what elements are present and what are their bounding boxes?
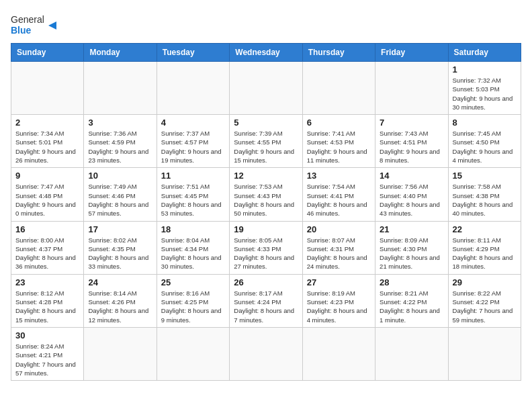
calendar-cell: 22Sunrise: 8:11 AM Sunset: 4:29 PM Dayli…: [448, 221, 521, 274]
calendar-cell: 16Sunrise: 8:00 AM Sunset: 4:37 PM Dayli…: [11, 221, 84, 274]
day-info: Sunrise: 7:37 AM Sunset: 4:57 PM Dayligh…: [161, 129, 225, 165]
calendar-cell: 7Sunrise: 7:43 AM Sunset: 4:51 PM Daylig…: [375, 115, 448, 168]
day-info: Sunrise: 7:49 AM Sunset: 4:46 PM Dayligh…: [88, 182, 152, 218]
day-number: 21: [380, 224, 443, 234]
day-info: Sunrise: 8:17 AM Sunset: 4:24 PM Dayligh…: [234, 289, 298, 324]
day-number: 3: [88, 118, 152, 128]
svg-text:General: General: [11, 14, 44, 25]
day-number: 13: [307, 171, 371, 181]
day-info: Sunrise: 8:21 AM Sunset: 4:22 PM Dayligh…: [380, 289, 443, 324]
day-number: 9: [15, 171, 79, 181]
day-info: Sunrise: 7:45 AM Sunset: 4:50 PM Dayligh…: [453, 129, 517, 165]
svg-text:Blue: Blue: [11, 25, 32, 36]
day-info: Sunrise: 8:22 AM Sunset: 4:22 PM Dayligh…: [453, 289, 517, 324]
calendar-cell: 26Sunrise: 8:17 AM Sunset: 4:24 PM Dayli…: [230, 274, 302, 327]
calendar-cell: 8Sunrise: 7:45 AM Sunset: 4:50 PM Daylig…: [448, 115, 521, 168]
day-number: 12: [234, 171, 298, 181]
calendar-cell: 28Sunrise: 8:21 AM Sunset: 4:22 PM Dayli…: [375, 274, 448, 327]
calendar-cell: [302, 327, 375, 380]
day-info: Sunrise: 7:54 AM Sunset: 4:41 PM Dayligh…: [307, 182, 371, 218]
calendar: SundayMondayTuesdayWednesdayThursdayFrid…: [11, 43, 521, 381]
calendar-cell: [157, 62, 229, 115]
week-row-4: 16Sunrise: 8:00 AM Sunset: 4:37 PM Dayli…: [11, 221, 521, 274]
day-number: 10: [88, 171, 152, 181]
day-number: 1: [453, 64, 517, 75]
day-number: 22: [453, 224, 517, 234]
day-info: Sunrise: 8:16 AM Sunset: 4:25 PM Dayligh…: [161, 289, 225, 324]
week-row-6: 30Sunrise: 8:24 AM Sunset: 4:21 PM Dayli…: [11, 327, 521, 380]
day-number: 23: [15, 277, 79, 287]
day-info: Sunrise: 8:00 AM Sunset: 4:37 PM Dayligh…: [15, 236, 79, 271]
calendar-cell: 30Sunrise: 8:24 AM Sunset: 4:21 PM Dayli…: [11, 327, 84, 380]
day-info: Sunrise: 8:24 AM Sunset: 4:21 PM Dayligh…: [15, 342, 79, 377]
calendar-cell: 21Sunrise: 8:09 AM Sunset: 4:30 PM Dayli…: [375, 221, 448, 274]
calendar-cell: 20Sunrise: 8:07 AM Sunset: 4:31 PM Dayli…: [302, 221, 375, 274]
calendar-cell: 13Sunrise: 7:54 AM Sunset: 4:41 PM Dayli…: [302, 168, 375, 221]
day-info: Sunrise: 8:19 AM Sunset: 4:23 PM Dayligh…: [307, 289, 371, 324]
calendar-cell: 18Sunrise: 8:04 AM Sunset: 4:34 PM Dayli…: [157, 221, 229, 274]
day-number: 28: [380, 277, 443, 287]
day-number: 5: [234, 118, 298, 128]
day-number: 2: [15, 118, 79, 128]
logo-svg: General Blue: [11, 11, 58, 38]
calendar-cell: 5Sunrise: 7:39 AM Sunset: 4:55 PM Daylig…: [230, 115, 302, 168]
header-wednesday: Wednesday: [230, 44, 302, 62]
calendar-cell: 23Sunrise: 8:12 AM Sunset: 4:28 PM Dayli…: [11, 274, 84, 327]
calendar-cell: 25Sunrise: 8:16 AM Sunset: 4:25 PM Dayli…: [157, 274, 229, 327]
calendar-cell: 14Sunrise: 7:56 AM Sunset: 4:40 PM Dayli…: [375, 168, 448, 221]
day-number: 11: [161, 171, 225, 181]
day-number: 30: [15, 330, 79, 340]
day-info: Sunrise: 8:09 AM Sunset: 4:30 PM Dayligh…: [380, 236, 443, 271]
header-thursday: Thursday: [302, 44, 375, 62]
calendar-cell: 3Sunrise: 7:36 AM Sunset: 4:59 PM Daylig…: [84, 115, 157, 168]
logo: General Blue: [11, 11, 58, 38]
day-info: Sunrise: 7:53 AM Sunset: 4:43 PM Dayligh…: [234, 182, 298, 218]
calendar-cell: [84, 327, 157, 380]
calendar-cell: [375, 62, 448, 115]
day-number: 17: [88, 224, 152, 234]
calendar-cell: 24Sunrise: 8:14 AM Sunset: 4:26 PM Dayli…: [84, 274, 157, 327]
day-number: 27: [307, 277, 371, 287]
day-info: Sunrise: 7:56 AM Sunset: 4:40 PM Dayligh…: [380, 182, 443, 218]
day-number: 24: [88, 277, 152, 287]
day-info: Sunrise: 7:32 AM Sunset: 5:03 PM Dayligh…: [453, 76, 517, 111]
day-number: 4: [161, 118, 225, 128]
calendar-cell: 11Sunrise: 7:51 AM Sunset: 4:45 PM Dayli…: [157, 168, 229, 221]
day-info: Sunrise: 8:07 AM Sunset: 4:31 PM Dayligh…: [307, 236, 371, 271]
header-friday: Friday: [375, 44, 448, 62]
day-number: 6: [307, 118, 371, 128]
day-number: 18: [161, 224, 225, 234]
calendar-cell: [230, 62, 302, 115]
calendar-cell: [230, 327, 302, 380]
calendar-cell: 27Sunrise: 8:19 AM Sunset: 4:23 PM Dayli…: [302, 274, 375, 327]
header-monday: Monday: [84, 44, 157, 62]
calendar-cell: [302, 62, 375, 115]
header-tuesday: Tuesday: [157, 44, 229, 62]
calendar-cell: 19Sunrise: 8:05 AM Sunset: 4:33 PM Dayli…: [230, 221, 302, 274]
day-number: 20: [307, 224, 371, 234]
day-info: Sunrise: 7:34 AM Sunset: 5:01 PM Dayligh…: [15, 129, 79, 165]
header-sunday: Sunday: [11, 44, 84, 62]
day-info: Sunrise: 7:41 AM Sunset: 4:53 PM Dayligh…: [307, 129, 371, 165]
day-info: Sunrise: 8:11 AM Sunset: 4:29 PM Dayligh…: [453, 236, 517, 271]
calendar-cell: 6Sunrise: 7:41 AM Sunset: 4:53 PM Daylig…: [302, 115, 375, 168]
weekday-header-row: SundayMondayTuesdayWednesdayThursdayFrid…: [11, 44, 521, 62]
day-info: Sunrise: 7:51 AM Sunset: 4:45 PM Dayligh…: [161, 182, 225, 218]
week-row-3: 9Sunrise: 7:47 AM Sunset: 4:48 PM Daylig…: [11, 168, 521, 221]
day-number: 19: [234, 224, 298, 234]
day-number: 26: [234, 277, 298, 287]
calendar-cell: 12Sunrise: 7:53 AM Sunset: 4:43 PM Dayli…: [230, 168, 302, 221]
week-row-1: 1Sunrise: 7:32 AM Sunset: 5:03 PM Daylig…: [11, 62, 521, 115]
calendar-cell: 9Sunrise: 7:47 AM Sunset: 4:48 PM Daylig…: [11, 168, 84, 221]
day-number: 16: [15, 224, 79, 234]
day-info: Sunrise: 8:05 AM Sunset: 4:33 PM Dayligh…: [234, 236, 298, 271]
day-info: Sunrise: 8:02 AM Sunset: 4:35 PM Dayligh…: [88, 236, 152, 271]
calendar-cell: 1Sunrise: 7:32 AM Sunset: 5:03 PM Daylig…: [448, 62, 521, 115]
day-info: Sunrise: 7:47 AM Sunset: 4:48 PM Dayligh…: [15, 182, 79, 218]
calendar-cell: [448, 327, 521, 380]
calendar-cell: 17Sunrise: 8:02 AM Sunset: 4:35 PM Dayli…: [84, 221, 157, 274]
calendar-cell: [157, 327, 229, 380]
day-number: 7: [380, 118, 443, 128]
day-number: 15: [453, 171, 517, 181]
calendar-cell: [375, 327, 448, 380]
